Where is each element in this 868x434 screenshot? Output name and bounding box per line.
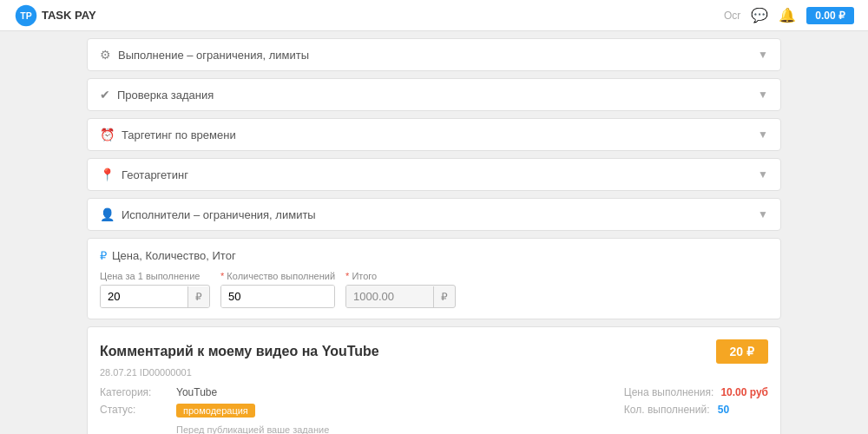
accordion-geo[interactable]: 📍 Геотаргетинг ▼ [87,158,781,191]
accordion-time[interactable]: ⏰ Таргетинг по времени ▼ [87,118,781,151]
execution-icon: ⚙ [100,48,111,62]
price-icon: ₽ [100,249,107,262]
price-section-title: ₽ Цена, Количество, Итог [100,249,768,262]
header: TP TASK PAY Ocr 💬 🔔 0.00 ₽ [0,0,868,31]
price-title-text: Цена, Количество, Итог [112,249,236,262]
task-id: 28.07.21 ID00000001 [100,367,768,378]
logo-icon: TP [14,3,38,28]
chevron-down-icon: ▼ [758,168,768,181]
chevron-down-icon: ▼ [758,128,768,141]
price-section: ₽ Цена, Количество, Итог Цена за 1 выпол… [87,238,781,319]
total-input [346,286,433,307]
ocr-label: Ocr [724,10,740,22]
check-icon: ✔ [100,88,110,102]
right-qty-label: Кол. выполнений: [624,404,711,416]
price-input-wrap: ₽ [100,285,210,308]
accordion-execution[interactable]: ⚙ Выполнение – ограничения, лимиты ▼ [87,38,781,71]
accordion-time-label: Таргетинг по времени [122,128,236,141]
right-qty-value: 50 [718,404,729,416]
status-badge: промодерация [176,404,255,418]
accordion-check-label: Проверка задания [117,89,214,102]
balance-badge: 0.00 ₽ [806,7,854,24]
chat-button[interactable]: 💬 [751,7,768,23]
accordion-users-left: 👤 Исполнители – ограничения, лимиты [100,207,316,221]
logo-text: TASK PAY [42,9,96,22]
accordion-time-header[interactable]: ⏰ Таргетинг по времени ▼ [88,119,780,150]
accordion-time-left: ⏰ Таргетинг по времени [100,128,236,141]
svg-text:TP: TP [20,10,31,21]
price-fields: Цена за 1 выполнение ₽ * Количество выпо… [100,271,768,308]
qty-input-wrap [220,285,335,308]
total-currency: ₽ [433,286,455,307]
accordion-geo-left: 📍 Геотаргетинг [100,168,188,181]
right-qty-row: Кол. выполнений: 50 [624,404,768,416]
total-input-wrap: ₽ [345,285,456,308]
accordion-check-left: ✔ Проверка задания [100,88,214,102]
task-title: Комментарий к моему видео на YouTube [100,344,379,359]
right-price-label: Цена выполнения: [624,386,714,398]
price-currency: ₽ [187,286,209,307]
total-label: * Итого [345,271,456,281]
chevron-down-icon: ▼ [758,49,768,61]
price-field-group: Цена за 1 выполнение ₽ [100,271,210,308]
time-icon: ⏰ [100,128,115,141]
task-preview-card: Комментарий к моему видео на YouTube 20 … [87,326,781,434]
users-icon: 👤 [100,207,115,221]
accordion-users-label: Исполнители – ограничения, лимиты [122,208,316,221]
geo-icon: 📍 [100,168,115,181]
chevron-down-icon: ▼ [758,208,768,220]
accordion-geo-label: Геотаргетинг [122,168,188,181]
task-details: Категория: YouTube Статус: промодерация … [100,386,768,434]
accordion-execution-left: ⚙ Выполнение – ограничения, лимиты [100,48,309,62]
task-details-right: Цена выполнения: 10.00 руб Кол. выполнен… [624,386,768,434]
category-label: Категория: [100,386,169,398]
task-preview-header: Комментарий к моему видео на YouTube 20 … [100,339,768,364]
chevron-down-icon: ▼ [758,89,768,101]
qty-field-group: * Количество выполнений [220,271,335,308]
status-label: Статус: [100,404,169,416]
promo-text: Перед публикацией ваше задание должно пр… [176,423,350,434]
task-details-left: Категория: YouTube Статус: промодерация … [100,386,589,434]
accordion-geo-header[interactable]: 📍 Геотаргетинг ▼ [88,159,780,190]
price-label: Цена за 1 выполнение [100,271,210,281]
total-field-group: * Итого ₽ [345,271,456,308]
accordion-check[interactable]: ✔ Проверка задания ▼ [87,78,781,111]
promo-text-row: Перед публикацией ваше задание должно пр… [100,423,589,434]
task-price-badge: 20 ₽ [716,339,768,364]
task-category-row: Категория: YouTube [100,386,589,398]
task-status-row: Статус: промодерация [100,404,589,418]
logo: TP TASK PAY [14,3,96,28]
accordion-execution-header[interactable]: ⚙ Выполнение – ограничения, лимиты ▼ [88,39,780,70]
price-input[interactable] [101,286,187,307]
main-content: ⚙ Выполнение – ограничения, лимиты ▼ ✔ П… [0,31,868,434]
qty-input[interactable] [221,286,334,307]
notification-button[interactable]: 🔔 [779,7,796,23]
right-price-row: Цена выполнения: 10.00 руб [624,386,768,398]
qty-label: * Количество выполнений [220,271,335,281]
category-value: YouTube [176,386,217,398]
accordion-users-header[interactable]: 👤 Исполнители – ограничения, лимиты ▼ [88,199,780,230]
accordion-users[interactable]: 👤 Исполнители – ограничения, лимиты ▼ [87,198,781,231]
accordion-check-header[interactable]: ✔ Проверка задания ▼ [88,79,780,110]
accordion-execution-label: Выполнение – ограничения, лимиты [118,49,309,62]
header-right: Ocr 💬 🔔 0.00 ₽ [724,7,854,24]
right-price-value: 10.00 руб [720,386,768,398]
